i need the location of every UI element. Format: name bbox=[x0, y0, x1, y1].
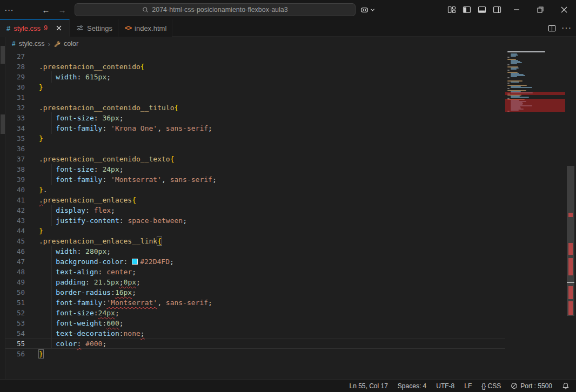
minimap-line bbox=[511, 69, 517, 70]
code-line[interactable]: 41.presentacion__enlaces{ bbox=[5, 195, 505, 205]
breadcrumb-file[interactable]: style.css bbox=[19, 40, 45, 48]
line-number: 49 bbox=[5, 277, 25, 287]
code-token: presentacion__enlaces bbox=[43, 196, 132, 204]
minimap-line bbox=[511, 56, 516, 57]
left-strip-handle[interactable] bbox=[1, 46, 5, 64]
code-token: : bbox=[124, 258, 132, 266]
status-encoding[interactable]: UTF-8 bbox=[431, 380, 459, 392]
tab-settings[interactable]: Settings bbox=[70, 19, 118, 37]
code-token bbox=[39, 73, 56, 81]
breadcrumb-symbol[interactable]: color bbox=[64, 40, 78, 48]
back-button[interactable]: ← bbox=[40, 4, 52, 16]
code-line[interactable]: 29 width: 615px; bbox=[5, 72, 505, 82]
line-number: 53 bbox=[5, 318, 25, 328]
code-editor[interactable]: 2728.presentacion__contenido{29 width: 6… bbox=[5, 51, 505, 379]
code-token: : bbox=[98, 268, 107, 276]
code-line[interactable]: 47 background-color: #22D4FD; bbox=[5, 256, 505, 267]
scrollbar bbox=[566, 51, 575, 379]
split-editor-icon[interactable] bbox=[548, 24, 556, 32]
menu-ellipsis-icon[interactable]: ··· bbox=[0, 5, 18, 14]
code-line[interactable]: 38 font-size: 24px; bbox=[5, 164, 505, 174]
code-line[interactable]: 32.presentacion__contenido__titulo{ bbox=[5, 103, 505, 113]
code-line[interactable]: 43 justify-content: space-between; bbox=[5, 215, 505, 226]
code-line[interactable]: 27 bbox=[5, 51, 505, 62]
status-live-server-port[interactable]: Port : 5500 bbox=[506, 380, 557, 392]
minimap-line bbox=[511, 76, 517, 77]
code-line[interactable]: 48 text-align: center; bbox=[5, 267, 505, 277]
line-number: 43 bbox=[5, 215, 25, 226]
line-number: 45 bbox=[5, 236, 25, 246]
code-token: .presentacion__enlaces__link bbox=[39, 237, 157, 245]
customize-layout-icon[interactable] bbox=[444, 2, 459, 17]
code-line[interactable]: 52 font-size:24px; bbox=[5, 308, 505, 318]
status-line-col[interactable]: Ln 55, Col 17 bbox=[344, 380, 392, 392]
color-swatch[interactable] bbox=[132, 259, 138, 265]
code-line[interactable]: 39 font-family: 'Montserrat', sans-serif… bbox=[5, 174, 505, 185]
code-line[interactable]: 42 display: flex; bbox=[5, 205, 505, 215]
overview-error-mark bbox=[568, 258, 573, 275]
code-token bbox=[39, 319, 56, 327]
status-eol[interactable]: LF bbox=[459, 380, 477, 392]
code-line[interactable]: 46 width: 280px; bbox=[5, 246, 505, 256]
code-token: : bbox=[94, 114, 103, 122]
code-line[interactable]: 55 color: #000; bbox=[5, 339, 505, 349]
code-line[interactable]: 30} bbox=[5, 82, 505, 92]
code-line[interactable]: 34 font-family: 'Krona One', sans-serif; bbox=[5, 123, 505, 133]
code-line[interactable]: 50 border-radius:16px; bbox=[5, 287, 505, 298]
copilot-menu[interactable] bbox=[360, 5, 375, 15]
breadcrumb-separator-icon: › bbox=[48, 40, 50, 48]
code-token: width bbox=[56, 73, 77, 81]
code-token: ; bbox=[119, 114, 124, 122]
forward-button[interactable]: → bbox=[56, 4, 68, 16]
code-line[interactable]: 31 bbox=[5, 92, 505, 103]
code-line[interactable]: 54 text-decoration:none; bbox=[5, 328, 505, 339]
restore-button[interactable] bbox=[528, 0, 552, 19]
minimap[interactable] bbox=[505, 51, 565, 126]
status-language-mode[interactable]: {} CSS bbox=[477, 380, 506, 392]
close-tab-icon[interactable] bbox=[54, 23, 64, 33]
code-line[interactable]: 28.presentacion__contenido{ bbox=[5, 62, 505, 72]
code-text: text-decoration:none; bbox=[39, 328, 145, 339]
code-line[interactable]: 51 font-family:'Montserrat', sans-serif; bbox=[5, 298, 505, 308]
minimap-line bbox=[507, 64, 510, 65]
tab-index-html[interactable]: <> index.html bbox=[118, 19, 172, 37]
code-token: 0px bbox=[124, 278, 136, 286]
code-line[interactable]: 49 padding: 21.5px;0px; bbox=[5, 277, 505, 287]
code-token: 21.5px bbox=[94, 278, 119, 286]
code-line[interactable]: 45.presentacion__enlaces__link{ bbox=[5, 236, 505, 246]
left-strip-handle[interactable] bbox=[1, 114, 5, 134]
code-line[interactable]: 53 font-weight:600; bbox=[5, 318, 505, 328]
toggle-panel-icon[interactable] bbox=[474, 2, 490, 17]
code-token: 615px bbox=[85, 73, 106, 81]
notifications-bell[interactable] bbox=[557, 380, 571, 392]
code-token: width bbox=[56, 247, 77, 255]
line-number: 48 bbox=[5, 267, 25, 277]
code-line[interactable]: 35} bbox=[5, 133, 505, 144]
title-bar: ··· ← → 2074-html-css-posicionamiento-fl… bbox=[0, 0, 576, 19]
code-line[interactable]: 56} bbox=[5, 349, 505, 359]
toggle-primary-sidebar-icon[interactable] bbox=[459, 2, 474, 17]
code-line[interactable]: 33 font-size: 36px; bbox=[5, 113, 505, 123]
line-number: 28 bbox=[5, 62, 25, 72]
code-token: space-between bbox=[128, 217, 183, 225]
code-token: { bbox=[170, 155, 175, 163]
command-center-search[interactable]: 2074-html-css-posicionamiento-flexbox-au… bbox=[75, 3, 356, 16]
code-token: padding bbox=[56, 278, 85, 286]
code-line[interactable]: 37.presentacion__contenido__texto{ bbox=[5, 154, 505, 164]
code-text: .presentacion__contenido__titulo{ bbox=[39, 103, 178, 113]
minimize-button[interactable] bbox=[505, 0, 528, 19]
code-line[interactable]: 44} bbox=[5, 226, 505, 236]
close-window-button[interactable] bbox=[552, 0, 576, 19]
code-token bbox=[39, 124, 56, 132]
more-actions-icon[interactable]: ··· bbox=[561, 23, 572, 33]
toggle-secondary-sidebar-icon[interactable] bbox=[490, 2, 505, 17]
code-line[interactable]: 40}. bbox=[5, 185, 505, 195]
code-token: 'Montserrat' bbox=[111, 175, 162, 184]
tab-style-css[interactable]: # style.css 9 bbox=[0, 19, 70, 37]
code-token: sans-serif bbox=[170, 175, 212, 184]
code-token bbox=[39, 268, 56, 276]
status-indentation[interactable]: Spaces: 4 bbox=[393, 380, 431, 392]
code-token bbox=[39, 206, 56, 214]
code-line[interactable]: 36 bbox=[5, 144, 505, 154]
symbol-property-icon bbox=[53, 40, 61, 48]
